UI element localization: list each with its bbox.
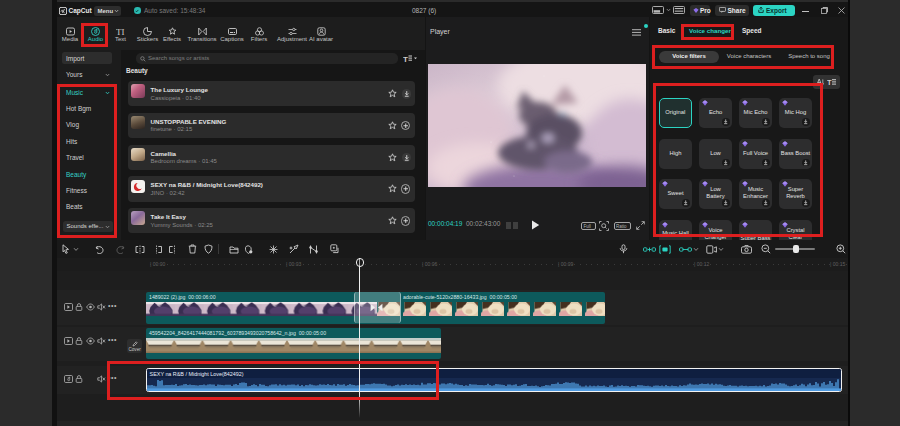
svg-text:Ratio: Ratio	[616, 224, 627, 229]
svg-text:T: T	[403, 55, 408, 64]
svg-text:T: T	[827, 78, 832, 86]
svg-text:TI: TI	[116, 27, 125, 36]
svg-text:Full: Full	[584, 224, 591, 229]
